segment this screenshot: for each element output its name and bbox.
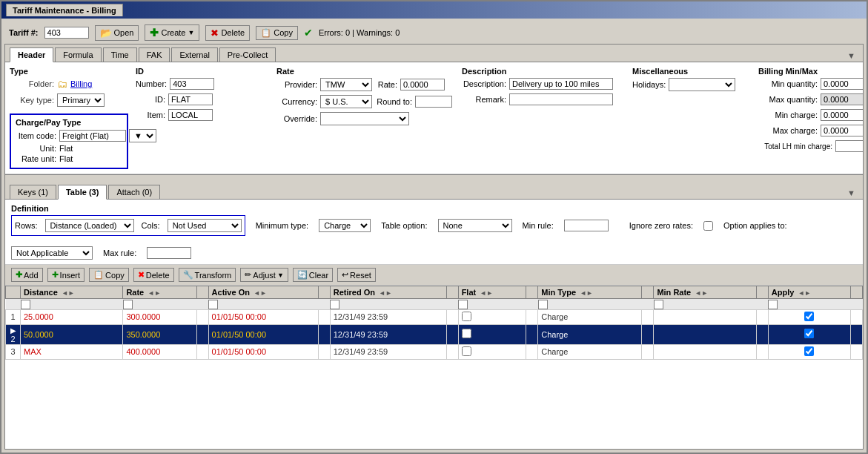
cell-distance-2[interactable]: 50.0000 bbox=[21, 324, 123, 344]
filter-flat[interactable] bbox=[458, 300, 468, 309]
cell-min-rate-1[interactable] bbox=[654, 309, 756, 324]
cell-rate-1[interactable]: 300.0000 bbox=[123, 309, 196, 324]
max-rule-input[interactable] bbox=[147, 247, 191, 259]
filter-retired-on[interactable] bbox=[330, 300, 339, 309]
tab-pre-collect[interactable]: Pre-Collect bbox=[219, 47, 276, 62]
cell-active-on-2[interactable]: 01/01/50 00:00 bbox=[208, 324, 318, 344]
cell-min-rate-3[interactable] bbox=[654, 344, 756, 359]
cell-apply-1[interactable] bbox=[768, 309, 850, 324]
transform-button[interactable]: 🔧 Transform bbox=[179, 268, 236, 282]
delete-action-button[interactable]: ✖ Delete bbox=[133, 268, 174, 282]
tab-formula[interactable]: Formula bbox=[55, 47, 101, 62]
tab-time[interactable]: Time bbox=[103, 47, 137, 62]
apply-checkbox-3[interactable] bbox=[804, 346, 814, 356]
tariff-number-input[interactable] bbox=[44, 27, 89, 39]
title-bar-tab[interactable]: Tariff Maintenance - Billing bbox=[6, 4, 123, 16]
min-rule-input[interactable] bbox=[564, 220, 609, 231]
cell-retired-on-1[interactable]: 12/31/49 23:59 bbox=[330, 309, 446, 324]
filter-min-rate[interactable] bbox=[654, 300, 663, 309]
override-row: Override: bbox=[276, 112, 454, 125]
min-qty-input[interactable] bbox=[821, 78, 863, 90]
th-apply[interactable]: Apply ◄► bbox=[768, 286, 850, 299]
cell-distance-3[interactable]: MAX bbox=[21, 344, 123, 359]
flat-checkbox-1[interactable] bbox=[462, 312, 471, 321]
item-input[interactable] bbox=[168, 109, 213, 121]
apply-checkbox-2[interactable] bbox=[804, 329, 814, 338]
option-applies-select[interactable]: Not Applicable bbox=[11, 246, 93, 260]
copy-action-button[interactable]: 📋 Copy bbox=[89, 268, 129, 282]
total-lh-input[interactable] bbox=[835, 140, 863, 152]
th-min-rate[interactable]: Min Rate ◄► bbox=[654, 286, 756, 299]
filter-active-on[interactable] bbox=[208, 300, 218, 309]
cell-apply-2[interactable] bbox=[768, 324, 850, 344]
copy-button[interactable]: 📋 Copy bbox=[256, 26, 298, 40]
cell-min-type-1[interactable]: Charge bbox=[538, 309, 642, 324]
th-retired-on[interactable]: Retired On ◄► bbox=[330, 286, 446, 299]
th-rate[interactable]: Rate ◄► bbox=[123, 286, 196, 299]
currency-select[interactable]: $ U.S. bbox=[320, 95, 372, 108]
flat-checkbox-3[interactable] bbox=[462, 346, 471, 356]
open-button[interactable]: 📂 Open bbox=[95, 25, 139, 41]
cell-flat-2[interactable] bbox=[458, 324, 526, 344]
tab-header[interactable]: Header bbox=[10, 47, 53, 62]
cell-retired-on-2[interactable]: 12/31/49 23:59 bbox=[330, 324, 446, 344]
tab-external[interactable]: External bbox=[171, 47, 217, 62]
remark-input[interactable] bbox=[509, 93, 613, 105]
clear-button[interactable]: 🔄 Clear bbox=[293, 268, 333, 282]
cell-flat-1[interactable] bbox=[458, 309, 526, 324]
cell-rate-3[interactable]: 400.0000 bbox=[123, 344, 196, 359]
adjust-button[interactable]: ✏ Adjust ▼ bbox=[240, 268, 288, 282]
cell-rate-2[interactable]: 350.0000 bbox=[123, 324, 196, 344]
provider-select[interactable]: TMW bbox=[320, 78, 372, 91]
max-charge-input[interactable] bbox=[821, 125, 863, 136]
tab-fak[interactable]: FAK bbox=[139, 47, 170, 62]
override-select[interactable] bbox=[320, 112, 409, 125]
row-num-1: 1 bbox=[6, 309, 21, 324]
cols-select[interactable]: Not Used bbox=[168, 219, 242, 232]
cell-retired-on-3[interactable]: 12/31/49 23:59 bbox=[330, 344, 446, 359]
cell-min-type-3[interactable]: Charge bbox=[538, 344, 642, 359]
rows-select[interactable]: Distance (Loaded) bbox=[45, 219, 134, 232]
max-qty-input[interactable] bbox=[821, 93, 863, 105]
th-min-type[interactable]: Min Type ◄► bbox=[538, 286, 642, 299]
cell-min-type-2[interactable]: Charge bbox=[538, 324, 642, 344]
filter-rate[interactable] bbox=[123, 300, 133, 309]
holidays-select[interactable] bbox=[669, 78, 735, 91]
insert-button[interactable]: ✚ Insert bbox=[47, 268, 85, 282]
cell-distance-1[interactable]: 25.0000 bbox=[21, 309, 123, 324]
min-charge-input[interactable] bbox=[821, 109, 863, 121]
id-input[interactable] bbox=[168, 93, 213, 105]
h-scrollbar[interactable] bbox=[5, 174, 863, 182]
key-type-select[interactable]: Primary bbox=[57, 93, 105, 107]
tab-attach[interactable]: Attach (0) bbox=[108, 185, 160, 199]
ignore-zero-checkbox[interactable] bbox=[703, 221, 713, 231]
tab-keys[interactable]: Keys (1) bbox=[10, 185, 56, 199]
option-applies-label: Option applies to: bbox=[723, 221, 787, 230]
round-to-input[interactable] bbox=[415, 96, 452, 108]
add-button[interactable]: ✚ Add bbox=[11, 268, 43, 282]
min-type-select[interactable]: Charge bbox=[319, 219, 371, 232]
th-distance[interactable]: Distance ◄► bbox=[21, 286, 123, 299]
th-flat[interactable]: Flat ◄► bbox=[458, 286, 526, 299]
tab-table[interactable]: Table (3) bbox=[58, 185, 107, 200]
cell-active-on-3[interactable]: 01/01/50 00:00 bbox=[208, 344, 318, 359]
th-active-on[interactable]: Active On ◄► bbox=[208, 286, 318, 299]
filter-distance[interactable] bbox=[21, 300, 30, 309]
apply-checkbox-1[interactable] bbox=[804, 312, 814, 321]
rate-input[interactable] bbox=[400, 79, 445, 91]
reset-button[interactable]: ↩ Reset bbox=[337, 268, 376, 282]
item-code-input[interactable] bbox=[59, 130, 126, 142]
flat-checkbox-2[interactable] bbox=[462, 329, 471, 338]
desc-input[interactable] bbox=[509, 78, 613, 90]
folder-value[interactable]: Billing bbox=[70, 79, 92, 88]
create-button[interactable]: ✚ Create ▼ bbox=[145, 24, 199, 41]
cell-apply-3[interactable] bbox=[768, 344, 850, 359]
delete-button[interactable]: ✖ Delete bbox=[205, 25, 250, 41]
filter-apply[interactable] bbox=[768, 300, 778, 309]
table-option-select[interactable]: None bbox=[438, 219, 512, 232]
number-input[interactable] bbox=[170, 78, 214, 90]
filter-min-type[interactable] bbox=[538, 300, 548, 309]
cell-min-rate-2[interactable] bbox=[654, 324, 756, 344]
cell-active-on-1[interactable]: 01/01/50 00:00 bbox=[208, 309, 318, 324]
cell-flat-3[interactable] bbox=[458, 344, 526, 359]
